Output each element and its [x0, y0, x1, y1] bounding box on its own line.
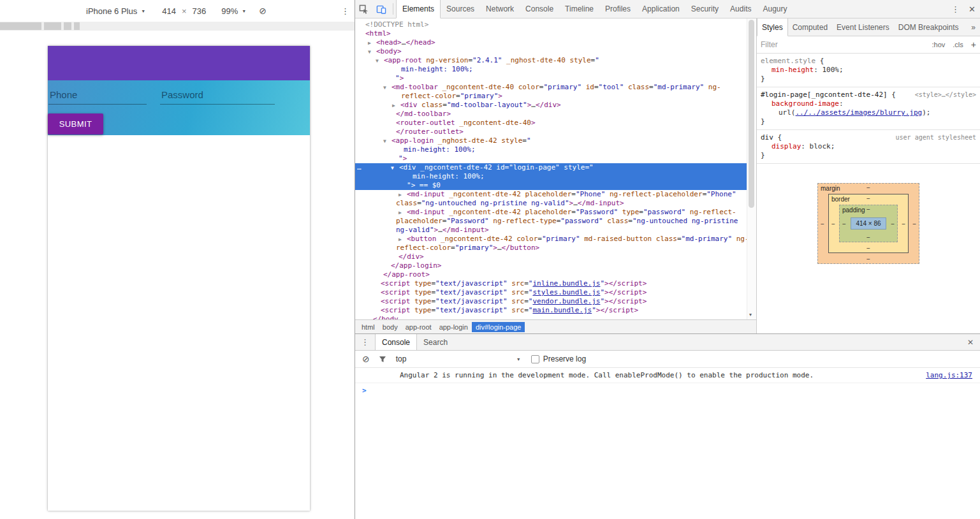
- tab-profiles[interactable]: Profiles: [599, 0, 636, 18]
- pseudo-state-toggle[interactable]: :hov: [932, 41, 946, 48]
- dom-tree-line[interactable]: class="ng-untouched ng-pristine ng-valid…: [355, 199, 756, 208]
- resource-link[interactable]: inline.bundle.js: [532, 279, 600, 288]
- border-left-value[interactable]: −: [831, 220, 835, 227]
- dom-tree-line[interactable]: </router-outlet>: [355, 128, 756, 136]
- box-model-border[interactable]: border − − − − padding − − − −: [828, 194, 909, 253]
- dom-tree-line[interactable]: ▶<head>…</head>: [355, 38, 756, 47]
- zoom-select[interactable]: 99% ▼: [221, 6, 246, 16]
- css-property[interactable]: min-height: [772, 66, 814, 74]
- device-toggle-icon[interactable]: [372, 0, 390, 18]
- disclosure-triangle[interactable]: ▶: [392, 101, 400, 110]
- execution-context-select[interactable]: top ▼: [396, 355, 521, 363]
- dom-tree-line[interactable]: min-height: 100%;: [355, 172, 756, 181]
- dom-tree-line[interactable]: </div>: [355, 252, 756, 261]
- margin-bottom-value[interactable]: −: [867, 256, 870, 263]
- box-model-margin[interactable]: margin − − − − border − − − − padding: [817, 183, 919, 264]
- inspect-icon[interactable]: [355, 0, 372, 18]
- dom-tree-line[interactable]: ">: [355, 74, 756, 83]
- dom-tree-line[interactable]: ▶<div class="md-toolbar-layout">…</div>: [355, 101, 756, 110]
- tab-elements[interactable]: Elements: [396, 0, 441, 18]
- tab-timeline[interactable]: Timeline: [559, 0, 599, 18]
- tab-event-listeners[interactable]: Event Listeners: [832, 18, 894, 36]
- console-source-link[interactable]: lang.js:137: [926, 371, 972, 379]
- disclosure-triangle[interactable]: ▼: [368, 48, 376, 57]
- submit-button[interactable]: SUBMIT: [48, 113, 103, 135]
- dom-tree-line[interactable]: ▼<body>: [355, 47, 756, 56]
- tab-console[interactable]: Console: [520, 0, 559, 18]
- resource-link[interactable]: vendor.bundle.js: [532, 297, 600, 305]
- filter-input[interactable]: Filter: [761, 40, 778, 49]
- style-rule-login-page[interactable]: #login-page[_ngcontent-dte-42] { <style>…: [757, 87, 980, 130]
- dom-tree-line[interactable]: <router-outlet _ngcontent-dte-40>: [355, 119, 756, 128]
- viewport-width-field[interactable]: 414: [162, 6, 176, 16]
- disclosure-triangle[interactable]: ▼: [383, 137, 391, 146]
- dom-tree-line[interactable]: ▶<md-input _ngcontent-dte-42 placeholder…: [355, 190, 756, 199]
- padding-left-value[interactable]: −: [842, 220, 846, 227]
- tab-styles[interactable]: Styles: [757, 18, 788, 36]
- password-input[interactable]: Password: [160, 89, 275, 105]
- filter-funnel-icon[interactable]: [379, 356, 386, 363]
- devtools-menu-icon[interactable]: ⋮: [947, 0, 964, 18]
- tab-security[interactable]: Security: [685, 0, 724, 18]
- drawer-close-icon[interactable]: ✕: [961, 334, 980, 350]
- viewport-height-field[interactable]: 736: [192, 6, 206, 16]
- padding-right-value[interactable]: −: [891, 220, 895, 227]
- css-url-link[interactable]: ../../assets/images/blurry.jpg: [796, 108, 923, 117]
- media-query-chip[interactable]: [44, 22, 61, 30]
- dom-tree-line[interactable]: ▶<button _ngcontent-dte-42 color="primar…: [355, 235, 756, 244]
- scroll-down-icon[interactable]: ▾: [749, 312, 752, 318]
- css-property[interactable]: display: [772, 142, 801, 150]
- devtools-close-icon[interactable]: ✕: [964, 0, 980, 18]
- dom-tree-line[interactable]: ▼<md-toolbar _ngcontent-dte-40 color="pr…: [355, 83, 756, 92]
- css-property[interactable]: background-image: [772, 99, 839, 108]
- dom-tree-line[interactable]: </body: [355, 315, 756, 319]
- resource-link[interactable]: styles.bundle.js: [532, 288, 600, 296]
- dom-tree-line[interactable]: <html>: [355, 29, 756, 38]
- disclosure-triangle[interactable]: ▶: [399, 235, 407, 244]
- media-query-chip[interactable]: [74, 22, 80, 30]
- dom-tree-line[interactable]: <script type="text/javascript" src="inli…: [355, 279, 756, 288]
- device-select[interactable]: iPhone 6 Plus ▼: [86, 6, 145, 16]
- tab-augury[interactable]: Augury: [757, 0, 793, 18]
- dom-tree-line[interactable]: ▼<app-login _nghost-dte-42 style=": [355, 136, 756, 145]
- breadcrumb-item-body[interactable]: body: [379, 322, 402, 332]
- more-menu-icon[interactable]: ⋮: [341, 6, 349, 16]
- tab-audits[interactable]: Audits: [724, 0, 757, 18]
- disclosure-triangle[interactable]: ▼: [376, 57, 384, 66]
- dom-tree-line[interactable]: "> == $0: [355, 181, 756, 190]
- disclosure-triangle[interactable]: ▶: [368, 39, 376, 48]
- breadcrumb-item-login-page[interactable]: div#login-page: [472, 322, 525, 332]
- tab-sources[interactable]: Sources: [441, 0, 480, 18]
- dom-tree-line[interactable]: <!DOCTYPE html>: [355, 20, 756, 29]
- tab-console-drawer[interactable]: Console: [375, 334, 417, 350]
- border-right-value[interactable]: −: [902, 220, 905, 227]
- resource-link[interactable]: main.bundle.js: [532, 306, 592, 314]
- dom-tree-line[interactable]: reflect-color="primary">: [355, 92, 756, 101]
- disclosure-triangle[interactable]: ▼: [391, 164, 399, 173]
- media-query-chip[interactable]: [64, 22, 71, 30]
- tab-search-drawer[interactable]: Search: [417, 334, 454, 350]
- disclosure-triangle[interactable]: ▼: [383, 84, 391, 92]
- dom-tree-line[interactable]: ▶<md-input _ngcontent-dte-42 placeholder…: [355, 208, 756, 217]
- dom-tree-line[interactable]: <script type="text/javascript" src="styl…: [355, 288, 756, 297]
- breadcrumb-item-app-login[interactable]: app-login: [435, 322, 472, 332]
- dom-tree-line[interactable]: </md-toolbar>: [355, 110, 756, 119]
- dom-tree-line[interactable]: </app-login>: [355, 261, 756, 270]
- padding-bottom-value[interactable]: −: [867, 234, 870, 241]
- border-top-value[interactable]: −: [867, 195, 870, 202]
- dom-tree-line[interactable]: </app-root>: [355, 270, 756, 279]
- tab-application[interactable]: Application: [636, 0, 685, 18]
- clear-console-icon[interactable]: ⊘: [362, 354, 370, 364]
- phone-input[interactable]: Phone: [48, 89, 147, 105]
- dom-tree-line[interactable]: <script type="text/javascript" src="vend…: [355, 297, 756, 306]
- scrollbar-thumb[interactable]: [749, 20, 754, 208]
- console-prompt[interactable]: >: [355, 383, 980, 397]
- dom-tree-line[interactable]: min-height: 100%;: [355, 145, 756, 154]
- margin-right-value[interactable]: −: [912, 220, 916, 227]
- box-model-padding[interactable]: padding − − − − 414 × 86: [839, 205, 898, 242]
- padding-top-value[interactable]: −: [867, 206, 870, 213]
- tab-dom-breakpoints[interactable]: DOM Breakpoints: [894, 18, 963, 36]
- css-value[interactable]: block: [810, 142, 831, 150]
- node-options-icon[interactable]: …: [357, 163, 362, 172]
- style-rule-element[interactable]: element.style { min-height: 100%; }: [757, 54, 980, 87]
